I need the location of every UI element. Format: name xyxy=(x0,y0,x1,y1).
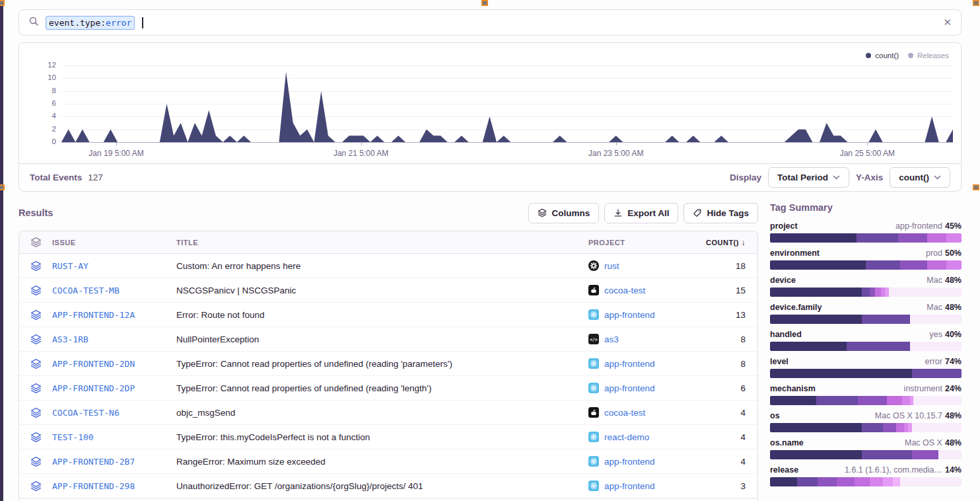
tag-segment xyxy=(770,288,862,297)
issue-stack-icon[interactable] xyxy=(19,334,52,345)
issue-link[interactable]: TEST-100 xyxy=(52,432,94,442)
table-row: APP-FRONTEND-2DNTypeError: Cannot read p… xyxy=(19,352,757,376)
tag-name: environment xyxy=(770,249,820,258)
issue-stack-icon[interactable] xyxy=(19,358,52,369)
y-axis-tick-label: 6 xyxy=(52,99,56,107)
column-header-count[interactable]: COUNT() ↓ xyxy=(697,238,757,247)
table-row: APP-FRONTEND-12AError: Route not foundap… xyxy=(19,303,757,327)
time-series-chart[interactable]: Jan 19 5:00 AMJan 21 5:00 AMJan 23 5:00 … xyxy=(61,65,953,142)
x-axis-tick-label: Jan 19 5:00 AM xyxy=(88,149,143,158)
svg-text:</>: </> xyxy=(590,337,598,342)
column-header-title[interactable]: TITLE xyxy=(176,239,588,247)
display-dropdown[interactable]: Total Period xyxy=(768,167,849,188)
issue-link[interactable]: COCOA-TEST-N6 xyxy=(52,408,120,418)
issue-link[interactable]: APP-FRONTEND-2DP xyxy=(52,383,135,393)
tag-segment xyxy=(870,288,876,297)
tag-summary-item: deviceMac48% xyxy=(770,276,962,297)
search-query-token[interactable]: event.type:error xyxy=(46,16,135,30)
tag-top-percentage: 74% xyxy=(945,357,962,366)
tag-distribution-bar[interactable] xyxy=(770,450,962,459)
tag-distribution-bar[interactable] xyxy=(770,342,962,351)
issue-stack-icon[interactable] xyxy=(19,432,52,443)
events-chart-panel: count() Releases 024681012 Jan 19 5:00 A… xyxy=(18,42,962,192)
project-link[interactable]: app-frontend xyxy=(604,310,655,320)
x-axis-tick xyxy=(867,142,868,145)
search-bar[interactable]: event.type:error ✕ xyxy=(18,9,962,36)
discover-page: event.type:error ✕ count() Releases 0246… xyxy=(0,0,980,501)
column-header-project[interactable]: PROJECT xyxy=(588,239,697,247)
project-link[interactable]: cocoa-test xyxy=(604,286,645,295)
platform-icon xyxy=(588,407,599,418)
issue-stack-icon[interactable] xyxy=(19,456,52,467)
tag-segment xyxy=(816,396,858,405)
project-link[interactable]: app-frontend xyxy=(604,359,655,369)
platform-icon-react xyxy=(588,481,599,491)
event-count: 3 xyxy=(697,481,757,491)
tag-distribution-bar[interactable] xyxy=(770,369,962,378)
issue-link[interactable]: APP-FRONTEND-298 xyxy=(52,481,135,491)
event-count: 18 xyxy=(697,261,757,271)
hide-tags-button[interactable]: Hide Tags xyxy=(683,203,758,223)
legend-item-releases[interactable]: Releases xyxy=(908,52,949,59)
tag-list: projectapp-frontend45%environmentprod50%… xyxy=(770,221,962,486)
tag-distribution-bar[interactable] xyxy=(770,233,962,243)
tag-segment xyxy=(893,477,901,486)
issue-stack-icon[interactable] xyxy=(19,285,52,296)
export-all-button[interactable]: Export All xyxy=(604,203,678,223)
tag-segment xyxy=(770,396,816,405)
tag-name: level xyxy=(770,357,788,366)
tag-top-value: app-frontend xyxy=(895,221,942,231)
issue-link[interactable]: RUST-AY xyxy=(52,261,88,271)
tag-distribution-bar[interactable] xyxy=(770,260,962,270)
platform-icon xyxy=(588,481,599,491)
table-row: APP-FRONTEND-2DPTypeError: Cannot read p… xyxy=(19,376,757,401)
issue-link[interactable]: AS3-1RB xyxy=(52,334,88,344)
tag-segment xyxy=(946,233,962,243)
project-link[interactable]: as3 xyxy=(604,334,619,344)
tag-name: os xyxy=(770,411,780,420)
project-link[interactable]: react-demo xyxy=(604,432,649,442)
tag-top-percentage: 48% xyxy=(945,438,962,447)
issue-title: TypeError: this.myCodeIsPerfect is not a… xyxy=(176,432,588,442)
issue-link[interactable]: APP-FRONTEND-12A xyxy=(52,310,135,320)
project-link[interactable]: app-frontend xyxy=(604,383,655,393)
tag-segment xyxy=(770,315,862,324)
y-axis-tick-label: 8 xyxy=(52,87,56,95)
tag-distribution-bar[interactable] xyxy=(770,288,962,297)
issue-stack-icon[interactable] xyxy=(19,407,52,418)
legend-item-count[interactable]: count() xyxy=(866,52,899,59)
tag-top-value: 1.6.1 (1.6.1), com.media… xyxy=(845,465,942,475)
tag-name: os.name xyxy=(770,438,804,447)
table-row: AS3-1RBNullPointerException</>as38 xyxy=(19,327,757,352)
clear-search-icon[interactable]: ✕ xyxy=(943,17,952,28)
issue-stack-icon[interactable] xyxy=(19,309,52,321)
issue-link[interactable]: APP-FRONTEND-2DN xyxy=(52,359,135,369)
tag-distribution-bar[interactable] xyxy=(770,315,962,324)
tag-distribution-bar[interactable] xyxy=(770,423,962,432)
tag-summary-item: osMac OS X 10.15.748% xyxy=(770,411,962,432)
issue-stack-icon[interactable] xyxy=(19,481,52,492)
issue-stack-icon[interactable] xyxy=(19,383,52,394)
issue-link[interactable]: COCOA-TEST-MB xyxy=(52,286,120,295)
project-link[interactable]: rust xyxy=(604,261,619,271)
project-link[interactable]: cocoa-test xyxy=(604,408,645,418)
tag-top-value: error xyxy=(925,357,942,366)
y-axis-dropdown[interactable]: count() xyxy=(890,167,950,188)
platform-icon-apple xyxy=(588,407,599,418)
tag-segment xyxy=(896,423,904,432)
platform-icon xyxy=(588,358,599,369)
tag-name: device xyxy=(770,276,796,285)
tag-summary-sidebar: Tag Summary projectapp-frontend45%enviro… xyxy=(770,202,962,501)
columns-button[interactable]: Columns xyxy=(528,203,599,223)
tag-segment xyxy=(818,477,837,486)
platform-icon-react xyxy=(588,358,599,369)
tag-distribution-bar[interactable] xyxy=(770,477,962,486)
x-axis-line xyxy=(61,142,953,143)
tag-top-value: Mac OS X xyxy=(905,438,942,447)
tag-distribution-bar[interactable] xyxy=(770,396,962,405)
column-header-issue[interactable]: ISSUE xyxy=(52,239,176,247)
issue-link[interactable]: APP-FRONTEND-2B7 xyxy=(52,457,135,467)
project-link[interactable]: app-frontend xyxy=(604,481,655,491)
issue-stack-icon[interactable] xyxy=(19,260,52,272)
project-link[interactable]: app-frontend xyxy=(604,457,655,467)
